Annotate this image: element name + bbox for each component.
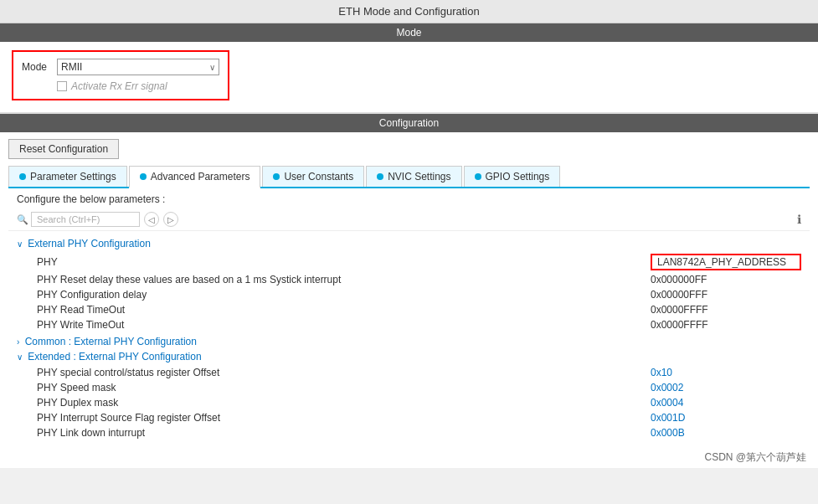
activate-rx-label: Activate Rx Err signal	[71, 80, 167, 92]
mode-label: Mode	[22, 61, 52, 73]
table-row: PHY special control/status register Offs…	[17, 365, 801, 380]
mode-select[interactable]: RMII ∨	[57, 59, 219, 75]
tree-area: ∨ External PHY Configuration PHY LAN8742…	[8, 231, 810, 444]
mode-section-header: Mode	[0, 23, 818, 42]
row-value-write-timeout: 0x0000FFFF	[651, 319, 801, 331]
tab-label-advanced: Advanced Parameters	[151, 171, 250, 183]
row-value-link-down: 0x000B	[651, 427, 801, 439]
tab-label-user: User Constants	[284, 171, 353, 183]
activate-rx-checkbox[interactable]	[57, 81, 67, 91]
tab-dot-advanced	[140, 173, 147, 180]
row-value-phy: LAN8742A_PHY_ADDRESS	[651, 254, 801, 270]
tab-dot-gpio	[475, 173, 481, 180]
row-label-write-timeout: PHY Write TimeOut	[37, 319, 651, 331]
tab-dot-user	[273, 173, 280, 180]
row-value-duplex-mask: 0x0004	[651, 397, 801, 409]
search-icon: 🔍	[17, 214, 28, 225]
row-label-interrupt-flag: PHY Interrupt Source Flag register Offse…	[37, 412, 651, 424]
row-label-phy: PHY	[37, 256, 651, 268]
row-label-duplex-mask: PHY Duplex mask	[37, 397, 651, 409]
tab-advanced-parameters[interactable]: Advanced Parameters	[129, 166, 261, 188]
config-section-header: Configuration	[0, 114, 818, 132]
tab-parameter-settings[interactable]: Parameter Settings	[8, 166, 127, 187]
row-value-interrupt-flag: 0x001D	[651, 412, 801, 424]
mode-dropdown-arrow: ∨	[209, 63, 215, 72]
tab-dot-param	[19, 173, 26, 180]
watermark: CSDN @第六个葫芦娃	[0, 444, 818, 468]
row-label-read-timeout: PHY Read TimeOut	[37, 304, 651, 316]
row-value-read-timeout: 0x0000FFFF	[651, 304, 801, 316]
search-placeholder: Search (Ctrl+F)	[37, 214, 100, 224]
tree-section-common-phy[interactable]: › Common : External PHY Configuration	[17, 336, 801, 347]
table-row: PHY LAN8742A_PHY_ADDRESS	[17, 252, 801, 272]
search-prev-button[interactable]: ◁	[144, 212, 159, 227]
activate-rx-row: Activate Rx Err signal	[57, 80, 219, 92]
row-label-speed-mask: PHY Speed mask	[37, 382, 651, 393]
mode-section: Mode RMII ∨ Activate Rx Err signal	[0, 42, 818, 114]
tab-dot-nvic	[377, 173, 383, 180]
info-icon[interactable]: ℹ	[797, 213, 801, 226]
row-value-special-ctrl: 0x10	[651, 367, 801, 378]
table-row: PHY Write TimeOut 0x0000FFFF	[17, 317, 801, 332]
app-title: ETH Mode and Configuration	[338, 5, 479, 18]
row-value-config-delay: 0x00000FFF	[651, 289, 801, 301]
search-input-wrapper[interactable]: Search (Ctrl+F)	[31, 212, 140, 227]
tab-nvic-settings[interactable]: NVIC Settings	[366, 166, 461, 187]
row-label-link-down: PHY Link down inturrupt	[37, 427, 651, 439]
table-row: PHY Interrupt Source Flag register Offse…	[17, 410, 801, 425]
row-label-special-ctrl: PHY special control/status register Offs…	[37, 367, 651, 378]
title-bar: ETH Mode and Configuration	[0, 0, 818, 23]
row-value-speed-mask: 0x0002	[651, 382, 801, 393]
tab-label-nvic: NVIC Settings	[388, 171, 450, 183]
tab-user-constants[interactable]: User Constants	[262, 166, 364, 187]
row-value-reset-delay: 0x000000FF	[651, 274, 801, 285]
configure-label: Configure the below parameters :	[8, 188, 810, 208]
mode-inner-box: Mode RMII ∨ Activate Rx Err signal	[12, 50, 229, 100]
table-row: PHY Configuration delay 0x00000FFF	[17, 287, 801, 302]
table-row: PHY Reset delay these values are based o…	[17, 272, 801, 287]
tab-label-gpio: GPIO Settings	[486, 171, 550, 183]
main-container: ETH Mode and Configuration Mode Mode RMI…	[0, 0, 818, 468]
tab-label-param: Parameter Settings	[30, 171, 116, 183]
table-row: PHY Link down inturrupt 0x000B	[17, 425, 801, 440]
row-label-reset-delay: PHY Reset delay these values are based o…	[37, 274, 651, 285]
mode-select-value: RMII	[61, 61, 209, 73]
reset-configuration-button[interactable]: Reset Configuration	[8, 139, 119, 159]
tab-gpio-settings[interactable]: GPIO Settings	[464, 166, 561, 187]
table-row: PHY Speed mask 0x0002	[17, 380, 801, 395]
search-bar: 🔍 Search (Ctrl+F) ◁ ▷ ℹ	[8, 208, 810, 231]
mode-row: Mode RMII ∨	[22, 59, 219, 75]
row-label-config-delay: PHY Configuration delay	[37, 289, 651, 301]
tree-section-extended-phy[interactable]: ∨ Extended : External PHY Configuration	[17, 351, 801, 363]
config-section: Reset Configuration Parameter Settings A…	[0, 132, 818, 444]
table-row: PHY Read TimeOut 0x0000FFFF	[17, 302, 801, 317]
tabs-row: Parameter Settings Advanced Parameters U…	[8, 166, 810, 188]
tree-section-external-phy[interactable]: ∨ External PHY Configuration	[17, 238, 801, 249]
table-row: PHY Duplex mask 0x0004	[17, 395, 801, 410]
search-next-button[interactable]: ▷	[163, 212, 178, 227]
